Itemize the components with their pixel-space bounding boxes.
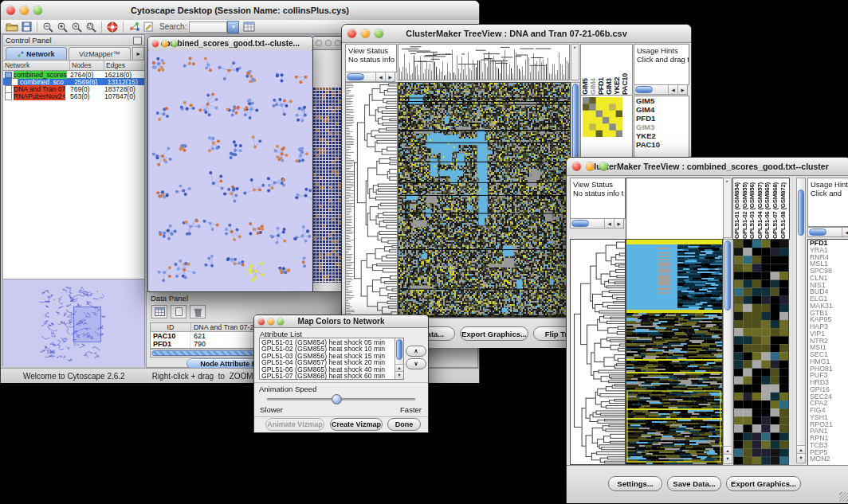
save-icon[interactable] bbox=[22, 21, 32, 33]
zoom-button[interactable] bbox=[375, 29, 383, 38]
zoom-fit-icon[interactable] bbox=[85, 21, 96, 33]
settings-button[interactable]: Settings... bbox=[608, 476, 662, 491]
tab-vizmapper[interactable]: VizMapper™ bbox=[69, 47, 132, 60]
zoom-selected-icon[interactable] bbox=[71, 21, 82, 33]
array-label[interactable]: GPL51-03 (GSM856) bbox=[748, 178, 756, 239]
minimize-button[interactable] bbox=[361, 29, 370, 38]
gene-name[interactable]: MON2 bbox=[808, 455, 848, 463]
minimize-button[interactable] bbox=[162, 41, 168, 47]
zoom-in-icon[interactable] bbox=[57, 21, 68, 33]
select-attributes-icon[interactable] bbox=[151, 305, 167, 318]
array-label[interactable]: GIM5 bbox=[581, 45, 589, 95]
array-label[interactable]: GPL51-06 (GSM865) bbox=[764, 178, 771, 239]
float-panel-icon[interactable] bbox=[133, 37, 142, 45]
correlation-matrix-canvas[interactable] bbox=[583, 97, 622, 137]
gene-name[interactable]: GIM3 bbox=[634, 123, 689, 131]
dialog-title-bar[interactable]: Map Colors to Network bbox=[254, 315, 428, 328]
new-attribute-icon[interactable] bbox=[171, 305, 186, 318]
move-down-button[interactable]: ∨ bbox=[406, 358, 426, 369]
search-dropdown-button[interactable]: ▼ bbox=[227, 21, 239, 33]
heatmap-vscroll[interactable]: ▲▼ bbox=[723, 239, 732, 464]
zoom-out-icon[interactable] bbox=[42, 21, 53, 33]
slider-thumb[interactable] bbox=[332, 394, 342, 404]
delete-attribute-icon[interactable] bbox=[190, 305, 206, 318]
close-button[interactable] bbox=[316, 40, 322, 46]
gene-name[interactable]: PFD1 bbox=[634, 114, 689, 123]
animate-vizmap-button[interactable]: Animate Vizmap bbox=[265, 418, 324, 431]
help-lifering-icon[interactable] bbox=[107, 21, 118, 33]
column-dendrogram-canvas[interactable] bbox=[398, 44, 570, 80]
gene-name[interactable]: PAC10 bbox=[634, 140, 689, 149]
zoom-heatmap-canvas[interactable] bbox=[733, 239, 789, 465]
usage-hints-scrollbar[interactable]: ◀▶ bbox=[634, 84, 688, 95]
open-file-icon[interactable] bbox=[6, 21, 18, 33]
zoom-panel-vscroll[interactable]: ▲▼ bbox=[796, 178, 806, 463]
array-label[interactable]: GPL51-01 (GSM854) bbox=[733, 178, 741, 239]
array-label[interactable]: YKE2 bbox=[613, 45, 621, 95]
global-heatmap-canvas[interactable] bbox=[398, 82, 571, 318]
tab-network[interactable]: Network bbox=[6, 47, 67, 60]
minimize-button[interactable] bbox=[268, 318, 274, 325]
usage-hints-scrollbar[interactable]: ◀ bbox=[807, 227, 848, 237]
annotation-icon[interactable] bbox=[143, 21, 153, 33]
zoom-button[interactable] bbox=[171, 41, 178, 47]
zoom-button[interactable] bbox=[335, 40, 341, 46]
column-scroll-strip[interactable]: ▸ bbox=[723, 178, 732, 238]
network-view-icon[interactable] bbox=[128, 21, 140, 33]
attribute-item[interactable]: GPL51-07 (GSM868) heat shock 60 min bbox=[261, 373, 395, 379]
minimize-button[interactable] bbox=[325, 40, 332, 46]
array-label[interactable]: PAC10 bbox=[621, 45, 629, 95]
resize-grip[interactable] bbox=[839, 492, 848, 502]
gene-name[interactable]: GIM4 bbox=[634, 105, 689, 114]
zoom-button[interactable] bbox=[277, 318, 284, 325]
treeview-combined-title-bar[interactable]: ClusterMaker TreeView : combined_scores_… bbox=[567, 158, 848, 176]
array-label[interactable]: GPL51-07 (GSM868) bbox=[771, 178, 779, 239]
treeview-dna-title-bar[interactable]: ClusterMaker TreeView : DNA and Tran 07-… bbox=[342, 25, 691, 43]
close-button[interactable] bbox=[258, 318, 265, 325]
gene-dendrogram-canvas[interactable] bbox=[570, 239, 626, 465]
minimize-button[interactable] bbox=[20, 6, 29, 15]
export-graphics-button[interactable]: Export Graphics... bbox=[460, 326, 528, 341]
array-label[interactable]: GPL51-08 (GSM872) bbox=[779, 178, 787, 239]
column-dendrogram-panel[interactable] bbox=[626, 178, 724, 240]
grid-network-canvas[interactable] bbox=[313, 88, 343, 283]
save-data-button[interactable]: Save Data... bbox=[667, 476, 721, 491]
network-table-row[interactable]: RNAPuberNov2+ 563(0) 107847(0) bbox=[3, 92, 144, 100]
zoom-button[interactable] bbox=[599, 162, 608, 171]
network-file-icon bbox=[5, 92, 12, 100]
array-label[interactable]: GIM4 bbox=[589, 45, 597, 95]
minimize-button[interactable] bbox=[586, 162, 595, 171]
close-button[interactable] bbox=[347, 29, 356, 38]
grid-window-title-bar[interactable] bbox=[312, 37, 344, 50]
attr-col-id[interactable]: ID bbox=[151, 323, 191, 331]
birdseye-view-canvas[interactable] bbox=[3, 280, 143, 365]
global-heatmap-canvas[interactable] bbox=[626, 239, 723, 465]
done-button[interactable]: Done bbox=[387, 418, 421, 431]
create-vizmap-button[interactable]: Create Vizmap bbox=[330, 418, 383, 431]
gene-dendrogram-canvas[interactable] bbox=[345, 82, 398, 318]
status-welcome: Welcome to Cytoscape 2.6.2 bbox=[23, 372, 125, 381]
close-button[interactable] bbox=[572, 162, 581, 171]
column-header-network: Network bbox=[3, 61, 70, 70]
attribute-list-vscroll[interactable]: ▲▼ bbox=[395, 338, 403, 379]
search-input[interactable] bbox=[189, 21, 227, 33]
gene-name[interactable]: GIM5 bbox=[634, 96, 689, 105]
export-graphics-button[interactable]: Export Graphics... bbox=[726, 476, 801, 491]
gene-name[interactable]: YKE2 bbox=[634, 131, 689, 140]
view-status-scrollbar[interactable]: ◀▶ bbox=[345, 72, 395, 82]
network-view-canvas[interactable] bbox=[149, 50, 312, 291]
main-title-bar[interactable]: Cytoscape Desktop (Session Name: collins… bbox=[1, 1, 479, 21]
close-button[interactable] bbox=[6, 6, 15, 15]
column-scroll-strip[interactable]: ▸ bbox=[571, 44, 579, 80]
tab-overflow-arrow[interactable]: ► bbox=[132, 47, 144, 60]
zoom-button[interactable] bbox=[33, 6, 42, 15]
array-label[interactable]: GPL51-04 (GSM857) bbox=[756, 178, 764, 239]
move-up-button[interactable]: ∧ bbox=[406, 346, 426, 357]
table-import-icon[interactable] bbox=[243, 21, 255, 33]
array-label[interactable]: PFD1 bbox=[597, 45, 605, 95]
network-view-title-bar[interactable]: combined_scores_good.txt--cluste... bbox=[148, 37, 312, 51]
close-button[interactable] bbox=[152, 41, 159, 47]
view-status-scrollbar[interactable]: ◀▶ bbox=[570, 218, 624, 229]
array-label[interactable]: GIM3 bbox=[605, 45, 613, 95]
array-label[interactable]: GPL51-02 (GSM855) bbox=[741, 178, 749, 239]
